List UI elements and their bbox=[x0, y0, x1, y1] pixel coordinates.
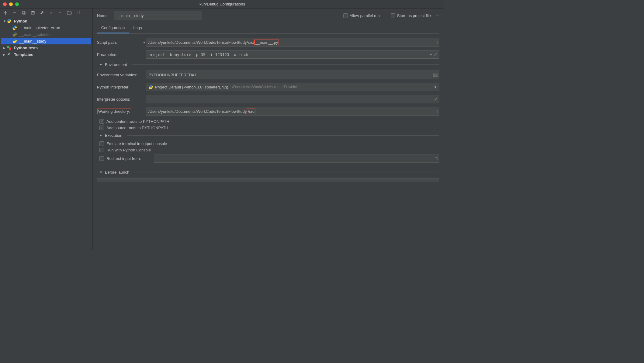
tree-group-python[interactable]: ▼ Python bbox=[1, 18, 91, 24]
divider bbox=[132, 64, 439, 65]
tree-item-main-spleeter-errun[interactable]: __main_spleeter_errun bbox=[1, 24, 91, 31]
list-icon[interactable] bbox=[433, 73, 438, 77]
divider bbox=[127, 135, 439, 136]
redirect-input-field[interactable] bbox=[154, 154, 439, 163]
script-path-label: Script path: bbox=[97, 40, 117, 45]
interpreter-options-input[interactable] bbox=[146, 95, 439, 103]
expand-arrow-icon: ▶ bbox=[3, 46, 7, 50]
tree-group-templates[interactable]: ▶ Templates bbox=[1, 51, 91, 58]
parameters-input[interactable]: project -b mystore -p 35 -i 123123 -w fu… bbox=[146, 50, 439, 59]
tree-item-main-study[interactable]: __main__study bbox=[1, 38, 91, 44]
store-project-label: Store as project file bbox=[397, 13, 431, 18]
tree-label: __main__study bbox=[19, 39, 46, 43]
add-icon[interactable] bbox=[3, 10, 8, 15]
gear-icon[interactable] bbox=[435, 13, 439, 18]
interpreter-options-label: Interpreter options: bbox=[97, 97, 146, 102]
run-python-console-checkbox[interactable] bbox=[99, 148, 104, 152]
tabs: Configuration Logs bbox=[97, 24, 439, 34]
tree-label: __main__spleeter bbox=[19, 32, 51, 37]
sidebar: + ▼ Python __main_spleeter_errun bbox=[0, 9, 93, 250]
interpreter-select[interactable]: Project Default (Python 3.8 (spleeterEnv… bbox=[146, 83, 439, 91]
maximize-window-button[interactable] bbox=[15, 2, 19, 6]
parameters-label: Parameters: bbox=[97, 52, 146, 57]
svg-rect-1 bbox=[23, 12, 25, 14]
env-vars-input[interactable]: PYTHONUNBUFFERED=1 bbox=[146, 71, 439, 79]
script-path-highlight: __main__.py bbox=[254, 40, 279, 45]
svg-text:+: + bbox=[70, 11, 71, 13]
browse-folder-icon[interactable] bbox=[433, 109, 438, 113]
wrench-icon bbox=[7, 52, 12, 57]
before-launch-section-label: Before launch bbox=[105, 170, 129, 175]
add-source-roots-label: Add source roots to PYTHONPATH bbox=[106, 126, 168, 130]
execution-section-label: Execution bbox=[105, 133, 122, 138]
traffic-lights bbox=[0, 2, 19, 6]
name-input[interactable] bbox=[114, 12, 202, 19]
svg-rect-3 bbox=[32, 11, 34, 12]
python-icon bbox=[12, 32, 17, 37]
environment-section-label: Environment bbox=[105, 62, 127, 67]
dropdown-arrow-icon[interactable]: ▼ bbox=[434, 85, 437, 89]
redirect-input-label: Redirect input from: bbox=[106, 156, 151, 161]
add-content-roots-checkbox[interactable] bbox=[99, 119, 104, 124]
copy-icon[interactable] bbox=[21, 10, 26, 15]
svg-point-6 bbox=[9, 47, 11, 50]
close-window-button[interactable] bbox=[3, 2, 7, 6]
folder-icon[interactable]: + bbox=[67, 10, 72, 15]
tab-configuration[interactable]: Configuration bbox=[97, 24, 129, 33]
python-icon bbox=[12, 39, 17, 43]
titlebar: Run/Debug Configurations bbox=[0, 0, 444, 9]
allow-parallel-label: Allow parallel run bbox=[350, 13, 380, 18]
allow-parallel-checkbox[interactable] bbox=[343, 13, 348, 18]
collapse-arrow-icon[interactable]: ▼ bbox=[99, 171, 102, 174]
window-title: Run/Debug Configurations bbox=[199, 2, 245, 6]
divider bbox=[134, 172, 439, 172]
sidebar-toolbar: + bbox=[0, 9, 92, 17]
emulate-terminal-checkbox[interactable] bbox=[99, 141, 104, 146]
expand-arrow-icon: ▶ bbox=[3, 53, 7, 56]
redirect-input-checkbox[interactable] bbox=[99, 156, 104, 161]
tree-item-main-spleeter[interactable]: __main__spleeter bbox=[1, 31, 91, 38]
svg-point-5 bbox=[7, 46, 9, 48]
interpreter-value: Project Default (Python 3.8 (spleeterEnv… bbox=[155, 85, 228, 89]
wrench-icon[interactable] bbox=[40, 10, 44, 15]
tree-group-python-tests[interactable]: ▶ Python tests bbox=[1, 44, 91, 51]
save-icon[interactable] bbox=[30, 10, 35, 15]
plus-icon[interactable]: + bbox=[430, 52, 432, 57]
interpreter-label: Python interpreter: bbox=[97, 85, 146, 89]
working-directory-label: Working directory: bbox=[97, 109, 131, 114]
working-directory-input[interactable]: /Users/yunleifu/Documents/WorkCode/Tenso… bbox=[146, 107, 439, 116]
collapse-arrow-icon[interactable]: ▼ bbox=[99, 63, 102, 66]
expand-icon[interactable]: ⤢ bbox=[434, 97, 438, 102]
run-config-tree: ▼ Python __main_spleeter_errun __main__s… bbox=[0, 17, 92, 58]
python-icon bbox=[12, 25, 17, 30]
tab-logs[interactable]: Logs bbox=[129, 24, 146, 33]
browse-folder-icon[interactable] bbox=[433, 40, 438, 44]
collapse-arrow-icon[interactable]: ▼ bbox=[99, 134, 102, 137]
name-label: Name: bbox=[97, 13, 109, 18]
env-vars-label: Environment variables: bbox=[97, 73, 146, 77]
remove-icon[interactable] bbox=[12, 10, 17, 15]
run-python-console-label: Run with Python Console bbox=[106, 148, 151, 152]
python-tests-icon bbox=[7, 45, 12, 50]
dropdown-arrow-icon[interactable]: ▼ bbox=[143, 41, 146, 44]
sort-icon[interactable] bbox=[76, 10, 81, 15]
expand-icon[interactable]: ⤢ bbox=[434, 52, 438, 57]
browse-folder-icon[interactable] bbox=[433, 157, 438, 161]
store-project-checkbox[interactable] bbox=[391, 13, 395, 18]
down-icon[interactable] bbox=[58, 10, 63, 15]
content-panel: Name: Allow parallel run Store as projec… bbox=[93, 9, 444, 250]
emulate-terminal-label: Emulate terminal in output console bbox=[106, 141, 167, 146]
up-icon[interactable] bbox=[49, 10, 54, 15]
expand-arrow-icon: ▼ bbox=[3, 19, 7, 23]
minimize-window-button[interactable] bbox=[9, 2, 13, 6]
working-dir-highlight: /src bbox=[247, 109, 255, 114]
python-icon bbox=[148, 85, 153, 89]
tree-label: Templates bbox=[14, 52, 33, 57]
add-content-roots-label: Add content roots to PYTHONPATH bbox=[106, 119, 169, 124]
script-path-value-pre: /Users/yunleifu/Documents/WorkCode/Tenso… bbox=[148, 40, 254, 45]
add-source-roots-checkbox[interactable] bbox=[99, 126, 104, 130]
before-launch-panel bbox=[97, 178, 439, 182]
svg-point-7 bbox=[436, 15, 438, 16]
script-path-input[interactable]: /Users/yunleifu/Documents/WorkCode/Tenso… bbox=[146, 38, 439, 47]
working-dir-value-pre: /Users/yunleifu/Documents/WorkCode/Tenso… bbox=[148, 109, 247, 114]
